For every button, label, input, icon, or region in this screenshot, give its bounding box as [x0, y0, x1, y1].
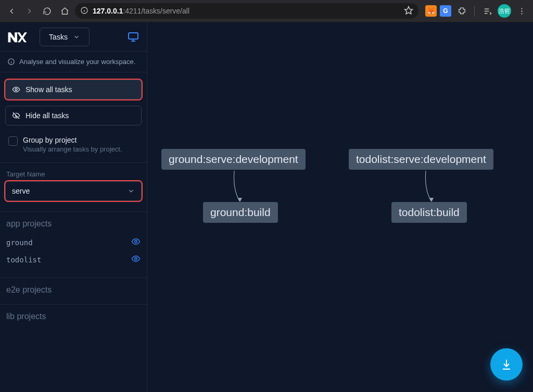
address-bar[interactable]: 127.0.0.1:4211/tasks/serve/all — [75, 3, 418, 19]
divider — [0, 211, 147, 212]
project-name: todolist — [6, 256, 41, 264]
browser-toolbar: 127.0.0.1:4211/tasks/serve/all 🦊 G 浩哲 — [0, 0, 533, 22]
svg-point-7 — [15, 88, 17, 91]
graph-canvas[interactable]: ground:serve:development ground:build to… — [147, 22, 533, 392]
reload-button[interactable] — [40, 4, 54, 18]
url-path: :4211/tasks/serve/all — [123, 7, 189, 15]
node-ground-build[interactable]: ground:build — [203, 202, 278, 223]
app-root: Tasks Analyse and visualize your workspa… — [0, 22, 533, 392]
download-icon — [500, 358, 513, 371]
svg-marker-1 — [405, 6, 413, 14]
google-translate-extension-icon[interactable]: G — [440, 5, 451, 17]
show-all-label: Show all tasks — [26, 85, 72, 94]
divider — [0, 277, 147, 278]
edge-todolist — [425, 171, 431, 201]
svg-point-4 — [521, 13, 522, 14]
sidebar-body: Show all tasks Hide all tasks Group by p… — [0, 72, 147, 326]
group-by-project-row: Group by project Visually arrange tasks … — [5, 132, 142, 162]
lib-projects-heading: lib projects — [6, 312, 141, 321]
arrow-todolist — [429, 198, 434, 202]
group-by-sublabel: Visually arrange tasks by project. — [23, 145, 122, 153]
info-icon — [7, 58, 15, 66]
project-name: ground — [6, 238, 33, 247]
url-text: 127.0.0.1:4211/tasks/serve/all — [93, 7, 400, 15]
target-name-value: serve — [12, 187, 30, 195]
metamask-extension-icon[interactable]: 🦊 — [425, 5, 437, 17]
group-by-project-checkbox[interactable] — [8, 136, 18, 146]
home-button[interactable] — [57, 4, 72, 18]
info-bar: Analyse and visualize your workspace. — [0, 52, 147, 72]
arrow-ground — [238, 198, 242, 202]
svg-rect-5 — [129, 33, 138, 39]
site-info-icon[interactable] — [80, 6, 88, 16]
chevron-down-icon — [128, 187, 135, 195]
profile-avatar[interactable]: 浩哲 — [498, 4, 511, 18]
group-by-label: Group by project — [23, 136, 122, 144]
forward-button[interactable] — [22, 4, 36, 18]
node-ground-serve[interactable]: ground:serve:development — [161, 149, 306, 170]
target-name-label: Target Name — [6, 170, 141, 178]
toggle-visibility-ground[interactable] — [131, 237, 141, 248]
browser-menu-icon[interactable] — [514, 4, 529, 18]
target-name-select[interactable]: serve — [5, 181, 142, 201]
divider — [0, 304, 147, 305]
hide-all-label: Hide all tasks — [26, 111, 69, 120]
show-all-tasks-button[interactable]: Show all tasks — [5, 80, 142, 99]
toggle-visibility-todolist[interactable] — [131, 254, 141, 265]
info-text: Analyse and visualize your workspace. — [19, 58, 135, 66]
node-todolist-serve[interactable]: todolist:serve:development — [349, 149, 493, 170]
download-button[interactable] — [490, 348, 523, 381]
media-control-icon[interactable] — [480, 4, 494, 18]
back-button[interactable] — [4, 4, 19, 18]
app-projects-heading: app projects — [6, 219, 141, 229]
svg-point-9 — [135, 258, 137, 260]
svg-point-8 — [135, 241, 137, 243]
eye-icon — [131, 254, 141, 263]
eye-off-icon — [12, 111, 20, 120]
display-mode-button[interactable] — [127, 31, 139, 43]
group-by-text: Group by project Visually arrange tasks … — [23, 136, 122, 153]
mode-label: Tasks — [49, 33, 68, 41]
svg-point-3 — [521, 10, 522, 11]
e2e-projects-heading: e2e projects — [6, 285, 141, 295]
eye-icon — [12, 85, 20, 94]
chevron-down-icon — [73, 33, 80, 41]
edge-ground — [234, 171, 239, 201]
project-item-todolist[interactable]: todolist — [5, 251, 142, 268]
sidebar-header: Tasks — [0, 22, 147, 52]
nx-logo — [7, 30, 27, 44]
node-todolist-build[interactable]: todolist:build — [391, 202, 467, 223]
toolbar-divider — [474, 6, 475, 16]
svg-point-2 — [521, 8, 522, 9]
extensions-icon[interactable] — [454, 4, 469, 18]
eye-icon — [131, 237, 141, 246]
url-host: 127.0.0.1 — [93, 7, 123, 15]
project-item-ground[interactable]: ground — [5, 234, 142, 251]
divider — [0, 162, 147, 163]
bookmark-star-icon[interactable] — [404, 6, 413, 17]
hide-all-tasks-button[interactable]: Hide all tasks — [5, 106, 142, 125]
mode-selector[interactable]: Tasks — [40, 28, 90, 46]
sidebar: Tasks Analyse and visualize your workspa… — [0, 22, 147, 392]
